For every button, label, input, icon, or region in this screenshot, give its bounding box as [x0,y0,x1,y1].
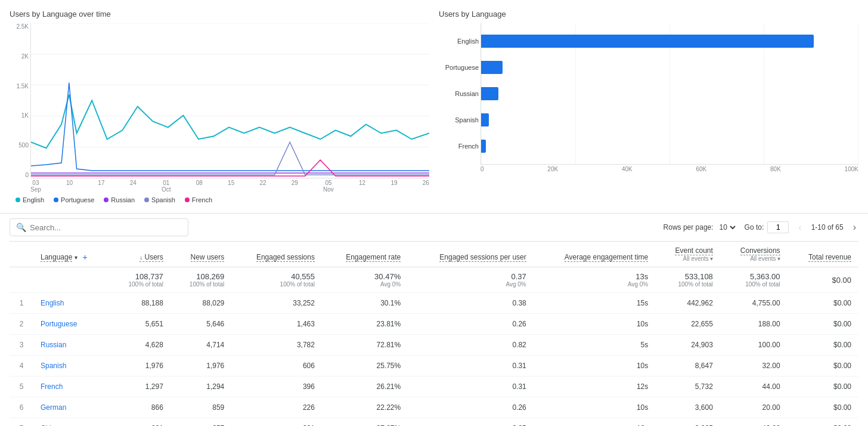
legend-spanish-label: Spanish [151,196,175,203]
row-num: 2 [10,314,33,335]
line-chart-svg [30,23,429,178]
bar-label-spanish: Spanish [437,116,479,124]
row-users: 4,628 [109,335,170,356]
row-num: 1 [10,293,33,314]
totals-num [10,267,33,293]
row-engaged-per-user: 0.35 [408,418,534,427]
bar-x-label: 60K [696,166,706,172]
row-language[interactable]: French [33,376,109,397]
row-avg-time: 16s [534,418,656,427]
row-avg-time: 12s [534,376,656,397]
row-language[interactable]: Portuguese [33,314,109,335]
row-conversions: 188.00 [720,314,788,335]
row-users: 5,651 [109,314,170,335]
col-event-count[interactable]: Event count All events ▾ [655,242,720,267]
col-avg-engagement-time[interactable]: Average engagement time [534,242,656,267]
row-avg-time: 10s [534,314,656,335]
go-to-input[interactable] [767,221,789,233]
row-event-count: 3,600 [655,397,720,418]
french-line [31,160,429,176]
row-conversions: 48.00 [720,418,788,427]
row-engagement-rate: 22.22% [322,397,408,418]
row-language[interactable]: English [33,293,109,314]
search-box[interactable]: 🔍 [10,218,188,236]
legend-portuguese[interactable]: Portuguese [54,196,94,203]
x-label-group: 08 [196,180,203,193]
row-avg-time: 10s [534,397,656,418]
totals-engaged-sessions: 40,555 100% of total [231,267,322,293]
bar-row-french: French [481,133,858,159]
rows-per-page-select[interactable]: 10 25 50 [717,223,737,232]
col-engaged-sessions[interactable]: Engaged sessions [231,242,322,267]
row-engaged-per-user: 0.26 [408,397,534,418]
col-total-revenue[interactable]: Total revenue [788,242,858,267]
bar-x-label: 40K [622,166,633,172]
row-event-count: 22,655 [655,314,720,335]
row-new-users: 1,294 [170,376,231,397]
legend-portuguese-label: Portuguese [61,196,94,203]
add-dimension-button[interactable]: + [82,252,87,262]
table-row: 5 French 1,297 1,294 396 26.21% 0.31 12s… [10,376,858,397]
row-engagement-rate: 26.21% [322,376,408,397]
totals-row: 108,737 100% of total 108,269 100% of to… [10,267,858,293]
row-engaged-per-user: 0.26 [408,314,534,335]
chart-legend: English Portuguese Russian Spanish Frenc… [16,196,429,203]
x-label-group: 17 [98,180,104,193]
y-label: 1.5K [16,83,29,89]
col-engagement-rate[interactable]: Engagement rate [322,242,408,267]
row-new-users: 5,646 [170,314,231,335]
table-section: 🔍 Rows per page: 10 25 50 Go to: ‹ 1-10 … [0,214,868,426]
row-users: 1,297 [109,376,170,397]
bar-fill-english [481,35,814,48]
legend-english[interactable]: English [16,196,44,203]
x-label-group: 29 [292,180,298,193]
bar-chart-container: Users by Language English [439,10,858,203]
bar-chart-title: Users by Language [439,10,858,18]
row-event-count: 442,962 [655,293,720,314]
legend-french[interactable]: French [185,196,212,203]
conversions-dropdown-icon[interactable]: ▾ [777,255,780,262]
row-engaged-sessions: 231 [231,418,322,427]
col-users[interactable]: ↓ Users [109,242,170,267]
row-language[interactable]: Spanish [33,356,109,376]
row-engagement-rate: 72.81% [322,335,408,356]
row-num: 6 [10,397,33,418]
table-row: 4 Spanish 1,976 1,976 606 25.75% 0.31 10… [10,356,858,376]
row-revenue: $0.00 [788,314,858,335]
row-language[interactable]: Chinese [33,418,109,427]
row-num: 3 [10,335,33,356]
event-count-dropdown-icon[interactable]: ▾ [710,255,713,262]
bar-row-russian: Russian [481,81,858,107]
legend-russian[interactable]: Russian [104,196,135,203]
row-conversions: 4,755.00 [720,293,788,314]
english-line [31,95,429,149]
x-label-group: 03Sep [30,180,41,193]
legend-spanish[interactable]: Spanish [144,196,175,203]
row-engaged-per-user: 0.38 [408,293,534,314]
row-language[interactable]: Russian [33,335,109,356]
row-new-users: 1,976 [170,356,231,376]
search-input[interactable] [30,223,182,232]
x-label-group: 15 [228,180,234,193]
prev-page-button[interactable]: ‹ [796,221,804,234]
row-users: 88,188 [109,293,170,314]
line-chart-title: Users by Language over time [10,10,429,18]
col-new-users[interactable]: New users [170,242,231,267]
row-engaged-sessions: 33,252 [231,293,322,314]
table-row: 3 Russian 4,628 4,714 3,782 72.81% 0.82 … [10,335,858,356]
totals-engagement-rate: 30.47% Avg 0% [322,267,408,293]
row-revenue: $0.00 [788,335,858,356]
next-page-button[interactable]: › [851,221,858,234]
y-label: 1K [21,112,29,119]
y-label: 2K [21,53,29,60]
bar-row-spanish: Spanish [481,107,858,133]
col-engaged-sessions-per-user[interactable]: Engaged sessions per user [408,242,534,267]
row-language[interactable]: German [33,397,109,418]
totals-lang [33,267,109,293]
row-num: 4 [10,356,33,376]
row-revenue: $0.00 [788,293,858,314]
row-avg-time: 15s [534,293,656,314]
x-label-group: 10 [66,180,73,193]
col-conversions[interactable]: Conversions All events ▾ [720,242,788,267]
col-language[interactable]: Language ▾ + [33,242,109,267]
